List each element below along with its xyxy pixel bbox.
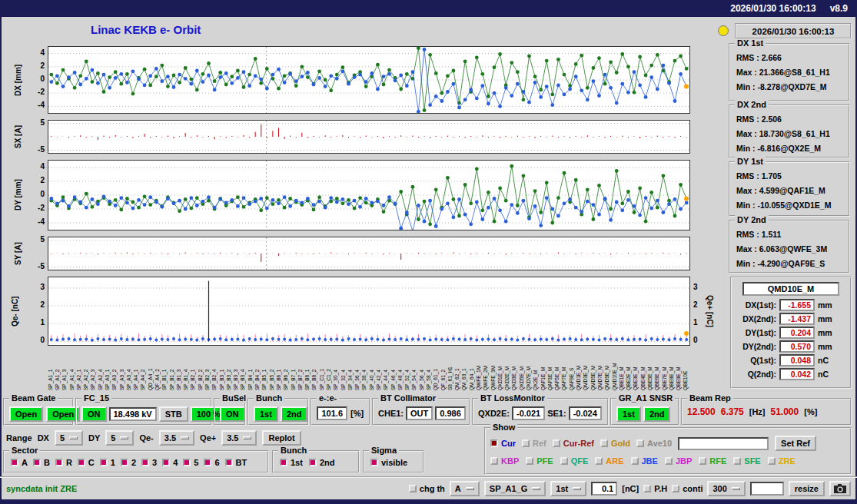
range-dx-combo[interactable]: 5 <box>55 430 83 446</box>
x-axis-label: QM_62_1 <box>455 347 460 390</box>
show-toggle-jbe[interactable]: JBE <box>631 456 658 466</box>
x-axis-label: SP_B1_3 <box>177 347 182 390</box>
che1-label: CHE1: <box>378 409 404 418</box>
range-qe-minus-combo[interactable]: 3.5 <box>159 430 194 446</box>
count-combo[interactable]: 300 <box>707 481 745 496</box>
x-axis-label: QXD7E_M <box>526 347 532 390</box>
show-toggle-kbp[interactable]: KBP <box>490 456 519 466</box>
y-tick-label: -2 <box>25 88 45 96</box>
fc15-stb-button[interactable]: STB <box>159 406 188 422</box>
show-toggle-are[interactable]: ARE <box>595 456 623 466</box>
sector-toggle-r[interactable]: R <box>55 458 72 467</box>
bunch-toggle-2nd[interactable]: 2nd <box>309 458 335 467</box>
sector-toggle-6[interactable]: 6 <box>204 458 219 467</box>
sigma-toggle-visible[interactable]: visible <box>370 458 407 467</box>
gr-a1-1st-button[interactable]: 1st <box>616 406 641 422</box>
ph-checkbox[interactable]: P.H <box>643 484 667 493</box>
sector-toggle-bt[interactable]: BT <box>225 458 247 467</box>
sector-toggle-a[interactable]: A <box>11 458 28 467</box>
monitor-value-field: -1.655 <box>779 299 815 311</box>
sector-toggle-2[interactable]: 2 <box>121 458 136 467</box>
show-toggle-pfe[interactable]: PFE <box>526 456 553 466</box>
bunch-2nd-button[interactable]: 2nd <box>281 406 308 422</box>
range-dy-combo[interactable]: 5 <box>105 430 134 446</box>
beam-rep-value-1: 12.500 <box>687 406 716 417</box>
x-axis-label: SP_A1_3 <box>62 347 68 390</box>
checkbox-label: visible <box>381 458 407 467</box>
group-title: Sigma <box>369 446 399 456</box>
threshold-input[interactable] <box>591 482 617 496</box>
x-axis-label: SP_C1_2 <box>327 347 332 390</box>
bt-collimator-group: BT Collimator CHE1: OUT 0.986 <box>372 398 470 426</box>
resize-button[interactable]: resize <box>789 481 825 496</box>
stat-rms: RMS : 1.705 <box>736 169 845 184</box>
checkbox-indicator <box>33 459 41 466</box>
ref-name-input[interactable] <box>678 437 769 450</box>
x-axis-label: QBE8E_M <box>669 347 675 390</box>
show-toggle-sfe[interactable]: SFE <box>733 456 760 466</box>
show-toggle-qfe[interactable]: QFE <box>560 456 589 466</box>
monitor-row-label: DY(2nd): <box>735 342 776 351</box>
stat-max: Max : 21.366@S8_61_H1 <box>736 65 845 80</box>
x-axis-label: SP_34_4 <box>348 347 354 390</box>
x-axis-label: SP_C1_1 <box>320 347 325 390</box>
x-axis-label: SP_B7_1 <box>291 347 297 390</box>
x-axis-label: QXD2E_M <box>505 347 510 390</box>
show-toggle-cur[interactable]: Cur <box>490 439 516 448</box>
camera-button[interactable] <box>829 481 851 496</box>
stat-min: Min : -4.290@QAF9E_S <box>736 257 845 271</box>
mode-combo[interactable]: A <box>450 481 480 496</box>
qe-minus-axis-label: Qe- [nC] <box>9 277 20 346</box>
conti-checkbox[interactable]: conti <box>672 484 703 493</box>
x-axis-label: QBE10E <box>683 347 689 390</box>
sx-plot-area <box>48 120 690 154</box>
y-tick-label: 1 <box>693 318 706 327</box>
source-combo[interactable]: SP_A1_G <box>484 481 546 496</box>
checkbox-indicator <box>699 457 706 465</box>
range-qe-plus-combo[interactable]: 3.5 <box>221 430 257 446</box>
show-toggle-jbp[interactable]: JBP <box>665 456 692 466</box>
bunch-toggle-1st[interactable]: 1st <box>280 458 303 467</box>
busel-on-button[interactable]: ON <box>220 406 245 422</box>
range-qe-plus-value: 3.5 <box>227 433 238 443</box>
replot-button[interactable]: Replot <box>262 430 301 446</box>
gr-a1-2nd-button[interactable]: 2nd <box>643 406 671 422</box>
combo-indicator <box>573 487 581 490</box>
mode-value: A <box>455 484 461 493</box>
show-toggle-zre[interactable]: ZRE <box>768 456 796 466</box>
show-toggle-rfe[interactable]: RFE <box>699 456 726 466</box>
beam-gate-group: Beam Gate Open Open <box>3 398 74 426</box>
x-axis-label: QMD3E_M <box>583 347 589 390</box>
y-tick-label: 0 <box>693 336 706 344</box>
x-axis-label: SP_A2_4 <box>98 347 104 390</box>
fc15-on-button[interactable]: ON <box>81 406 107 422</box>
sector-toggle-c[interactable]: C <box>78 458 95 467</box>
show-toggle-ref[interactable]: Ref <box>522 439 546 448</box>
y-tick-label: 2 <box>693 300 706 309</box>
monitor-row: Q(2nd):0.042nC <box>735 368 847 380</box>
spare-input[interactable] <box>750 482 784 496</box>
sector-toggle-b[interactable]: B <box>33 458 50 467</box>
x-axis-label: QWFE_3M <box>491 347 497 390</box>
bunch-1st-button[interactable]: 1st <box>254 406 278 422</box>
sector-toggle-1[interactable]: 1 <box>100 458 115 467</box>
y-tick-label: 0 <box>25 336 45 344</box>
show-toggle-ave10[interactable]: Ave10 <box>636 439 672 448</box>
beam-gate-open-button-1[interactable]: Open <box>9 406 43 422</box>
y-tick-label: -4 <box>25 217 45 226</box>
x-axis-label: QBE9E_M <box>676 347 682 390</box>
show-toggle-gold[interactable]: Gold <box>600 439 630 448</box>
chg-th-checkbox[interactable]: chg th <box>409 484 445 493</box>
checkbox-indicator <box>370 459 378 466</box>
sector-toggle-3[interactable]: 3 <box>141 458 157 467</box>
monitor-value-field: 0.570 <box>779 340 815 353</box>
sector-toggle-4[interactable]: 4 <box>162 458 178 467</box>
checkbox-label: BT <box>236 458 247 467</box>
y-tick-label: 0 <box>25 75 45 83</box>
checkbox-indicator <box>643 485 651 492</box>
sector-toggle-5[interactable]: 5 <box>183 458 198 467</box>
show-toggle-cur-ref[interactable]: Cur-Ref <box>553 439 594 448</box>
set-ref-button[interactable]: Set Ref <box>775 436 816 451</box>
sy-axis-label: SY [A] <box>12 237 23 270</box>
bunch-combo[interactable]: 1st <box>550 481 586 496</box>
